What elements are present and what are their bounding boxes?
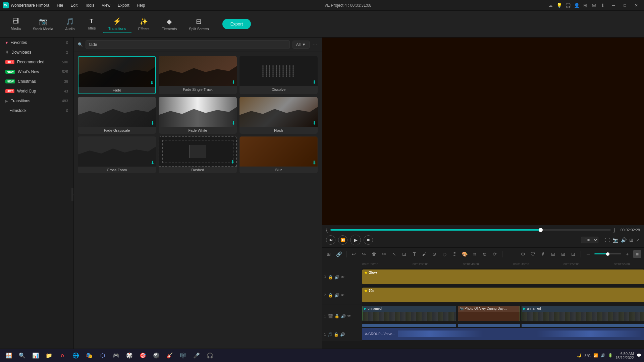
maximize-button[interactable]: □ bbox=[620, 2, 630, 8]
track-3-lock-icon[interactable]: 🔒 bbox=[328, 275, 333, 280]
audio-volume-icon[interactable]: 🔊 bbox=[340, 332, 345, 337]
transform-button[interactable]: ⊡ bbox=[400, 250, 408, 258]
minimize-button[interactable]: ─ bbox=[608, 2, 619, 8]
sidebar-item-whatsnew[interactable]: NEW What's New 525 bbox=[1, 67, 72, 76]
night-mode-icon[interactable]: 🌙 bbox=[577, 353, 582, 358]
app-button-12[interactable]: 🎼 bbox=[177, 350, 189, 361]
start-button[interactable]: 🪟 bbox=[3, 350, 15, 361]
sidebar-item-christmas[interactable]: NEW Christmas 36 bbox=[1, 77, 72, 86]
transition-card-grayscale[interactable]: ⬇ Fade Grayscale bbox=[78, 97, 156, 134]
grid-options-icon[interactable]: ⋯ bbox=[312, 42, 318, 48]
panel-collapse-button[interactable]: ◀ bbox=[71, 188, 74, 201]
zoom-knob[interactable] bbox=[606, 252, 609, 256]
sidebar-item-filmstock[interactable]: Filmstock 0 bbox=[1, 106, 72, 115]
track-3-eye-icon[interactable]: 👁 bbox=[341, 275, 345, 280]
transition-card-zoom[interactable]: ⬇ Cross Zoom bbox=[78, 136, 156, 173]
clip-unnamed-2[interactable]: ▶ unnamed bbox=[522, 306, 644, 321]
download-icon[interactable]: ⬇ bbox=[600, 2, 606, 8]
toolbar-effects[interactable]: ✨ Effects bbox=[133, 15, 155, 33]
notification-icon[interactable]: 💬 bbox=[637, 353, 641, 358]
sidebar-item-transitions[interactable]: ▶ Transitions 483 bbox=[1, 96, 72, 106]
app-button-8[interactable]: 🎲 bbox=[123, 350, 136, 361]
track-1-eye-icon[interactable]: 👁 bbox=[347, 314, 351, 318]
app-button-14[interactable]: 🎧 bbox=[204, 350, 216, 361]
profile-icon[interactable]: 👤 bbox=[574, 2, 580, 8]
track-1-lock-icon[interactable]: 🔒 bbox=[334, 314, 339, 318]
transition-card-fade-single[interactable]: ⬇ Fade Single Track bbox=[159, 56, 237, 94]
color-button[interactable]: 🎨 bbox=[461, 250, 469, 258]
audio-lock-icon[interactable]: 🔒 bbox=[334, 332, 339, 337]
transition-card-dashed[interactable]: ⬇ Dashed bbox=[159, 136, 237, 173]
volume-taskbar-icon[interactable]: 🔊 bbox=[601, 353, 605, 358]
track-2-eye-icon[interactable]: 👁 bbox=[341, 293, 345, 298]
download-icon-dissolve[interactable]: ⬇ bbox=[312, 79, 316, 85]
menu-export[interactable]: Export bbox=[114, 2, 133, 8]
audio-button[interactable]: ≋ bbox=[471, 250, 479, 258]
sidebar-item-recommended[interactable]: HOT Recommended 500 bbox=[1, 57, 72, 67]
chrome-button[interactable]: 🌐 bbox=[70, 350, 82, 361]
download-icon-grayscale[interactable]: ⬇ bbox=[151, 120, 155, 126]
play-button[interactable]: ▶ bbox=[350, 235, 361, 245]
paint-button[interactable]: 🖌 bbox=[420, 250, 428, 258]
search-input[interactable] bbox=[86, 40, 290, 49]
progress-bar[interactable] bbox=[330, 229, 611, 231]
snapshot-icon[interactable]: 📷 bbox=[612, 237, 618, 243]
layout-icon[interactable]: ⊞ bbox=[582, 2, 588, 8]
track-1-volume-icon[interactable]: 🔊 bbox=[341, 314, 346, 318]
toolbar-stock-media[interactable]: 📷 Stock Media bbox=[28, 15, 59, 33]
app-button-9[interactable]: 🎯 bbox=[137, 350, 149, 361]
toolbar-audio[interactable]: 🎵 Audio bbox=[60, 15, 80, 33]
explorer-button[interactable]: 📁 bbox=[43, 350, 55, 361]
keyframe-button[interactable]: ◇ bbox=[440, 250, 448, 258]
transition-card-fade[interactable]: ⬇ Fade bbox=[78, 56, 156, 94]
app-button-6[interactable]: ⬡ bbox=[97, 350, 109, 361]
split-icon[interactable]: ⊞ bbox=[559, 250, 567, 258]
undo-button[interactable]: ↩ bbox=[350, 250, 358, 258]
menu-tools[interactable]: Tools bbox=[82, 2, 98, 8]
menu-file[interactable]: File bbox=[53, 2, 66, 8]
opera-button[interactable]: ᴏ bbox=[56, 350, 68, 361]
select-button[interactable]: ↖ bbox=[390, 250, 398, 258]
cloud-icon[interactable]: ☁ bbox=[547, 2, 553, 8]
sidebar-item-worldcup[interactable]: HOT World Cup 43 bbox=[1, 86, 72, 96]
magnet-icon[interactable]: 🔗 bbox=[335, 250, 343, 258]
audio-clip[interactable]: A-GROUP - Verve... bbox=[362, 328, 644, 340]
timeline-layout-icon[interactable]: ⊞ bbox=[325, 250, 333, 258]
delete-button[interactable]: 🗑 bbox=[370, 250, 378, 258]
close-button[interactable]: ✕ bbox=[631, 2, 641, 8]
mail-icon[interactable]: ✉ bbox=[591, 2, 597, 8]
quality-select[interactable]: Full 1/2 1/4 bbox=[581, 237, 598, 243]
motion-button[interactable]: ⊚ bbox=[481, 250, 489, 258]
search-taskbar-button[interactable]: 🔍 bbox=[16, 350, 28, 361]
mic-icon[interactable]: 🎙 bbox=[539, 250, 547, 258]
shield-icon[interactable]: 🛡 bbox=[529, 250, 537, 258]
crop-icon[interactable]: ⊞ bbox=[629, 237, 633, 243]
mask-button[interactable]: ⊙ bbox=[430, 250, 438, 258]
app-button-13[interactable]: 🎤 bbox=[191, 350, 203, 361]
download-icon-blur[interactable]: ⬇ bbox=[312, 160, 316, 165]
pip-icon[interactable]: ↗ bbox=[636, 237, 640, 243]
toolbar-media[interactable]: 🎞 Media bbox=[5, 15, 26, 33]
headphone-icon[interactable]: 🎧 bbox=[565, 2, 571, 8]
download-icon-white[interactable]: ⬇ bbox=[231, 120, 235, 126]
transition-card-flash[interactable]: ⬇ Flash bbox=[239, 97, 318, 134]
volume-icon[interactable]: 🔊 bbox=[621, 237, 627, 243]
download-icon[interactable]: ⬇ bbox=[150, 80, 154, 85]
stop-button[interactable]: ⏹ bbox=[364, 235, 373, 245]
menu-view[interactable]: View bbox=[98, 2, 114, 8]
menu-help[interactable]: Help bbox=[133, 2, 149, 8]
app-button-11[interactable]: 🎸 bbox=[164, 350, 176, 361]
toolbar-titles[interactable]: T Titles bbox=[82, 16, 102, 32]
clip-glow[interactable]: ★ Glow bbox=[362, 269, 644, 284]
app-button-5[interactable]: 🎭 bbox=[83, 350, 95, 361]
toolbar-elements[interactable]: ◆ Elements bbox=[156, 15, 182, 33]
settings-icon[interactable]: ⚙ bbox=[519, 250, 527, 258]
transition-card-white[interactable]: ⬇ Fade White bbox=[159, 97, 237, 134]
download-icon-zoom[interactable]: ⬇ bbox=[151, 160, 155, 165]
frame-back-button[interactable]: ⏪ bbox=[338, 235, 347, 245]
insert-icon[interactable]: ⊡ bbox=[569, 250, 577, 258]
cut-button[interactable]: ✂ bbox=[380, 250, 388, 258]
transition-card-dissolve[interactable]: ⬇ Dissolve bbox=[239, 56, 318, 94]
zoom-out-button[interactable]: ─ bbox=[584, 250, 592, 258]
transition-card-blur[interactable]: ⬇ Blur bbox=[239, 136, 318, 173]
